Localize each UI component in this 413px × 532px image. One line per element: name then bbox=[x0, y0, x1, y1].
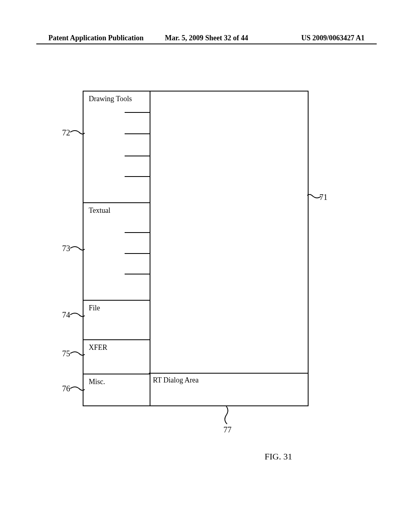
section-title-file: File bbox=[83, 301, 150, 312]
tool-slot-line bbox=[125, 112, 150, 113]
leader-74 bbox=[70, 312, 86, 320]
figure-number: FIG. 31 bbox=[265, 451, 292, 462]
section-title-misc: Misc. bbox=[83, 374, 150, 386]
leader-77 bbox=[223, 406, 233, 426]
main-window-box: Drawing Tools Textual File XFER Misc. bbox=[83, 91, 309, 406]
header-date-sheet: Mar. 5, 2009 Sheet 32 of 44 bbox=[154, 34, 259, 42]
tool-slot-line bbox=[125, 232, 150, 233]
ref-number-76: 76 bbox=[62, 384, 70, 393]
leader-72 bbox=[70, 129, 86, 138]
patent-header: Patent Application Publication Mar. 5, 2… bbox=[0, 34, 413, 42]
leader-73 bbox=[70, 245, 86, 254]
ref-number-75: 75 bbox=[62, 349, 70, 358]
tool-slot-line bbox=[125, 253, 150, 254]
section-title-textual: Textual bbox=[83, 203, 150, 215]
ref-number-74: 74 bbox=[62, 310, 70, 320]
tool-slot-line bbox=[125, 274, 150, 274]
rt-dialog-area: RT Dialog Area bbox=[149, 373, 308, 405]
section-file: File bbox=[83, 301, 150, 340]
section-textual: Textual bbox=[83, 203, 150, 301]
header-patent-number: US 2009/0063427 A1 bbox=[259, 34, 365, 42]
header-divider bbox=[36, 44, 377, 44]
tool-sidebar: Drawing Tools Textual File XFER Misc. bbox=[83, 91, 150, 405]
section-title-xfer: XFER bbox=[83, 340, 150, 352]
tool-slot-line bbox=[125, 156, 150, 156]
tool-slot-line bbox=[125, 133, 150, 134]
diagram-container: Drawing Tools Textual File XFER Misc. bbox=[83, 91, 309, 406]
section-drawing-tools: Drawing Tools bbox=[83, 91, 150, 203]
ref-number-77: 77 bbox=[223, 425, 232, 434]
section-misc: Misc. bbox=[83, 374, 150, 407]
leader-75 bbox=[70, 350, 86, 359]
dialog-title: RT Dialog Area bbox=[149, 374, 308, 384]
section-xfer: XFER bbox=[83, 340, 150, 374]
tool-slot-line bbox=[125, 176, 150, 177]
section-title-drawing: Drawing Tools bbox=[83, 91, 150, 103]
ref-number-73: 73 bbox=[62, 244, 70, 253]
ref-number-72: 72 bbox=[62, 128, 70, 137]
leader-71 bbox=[307, 191, 322, 200]
header-publication-type: Patent Application Publication bbox=[48, 34, 154, 42]
leader-76 bbox=[70, 385, 86, 394]
